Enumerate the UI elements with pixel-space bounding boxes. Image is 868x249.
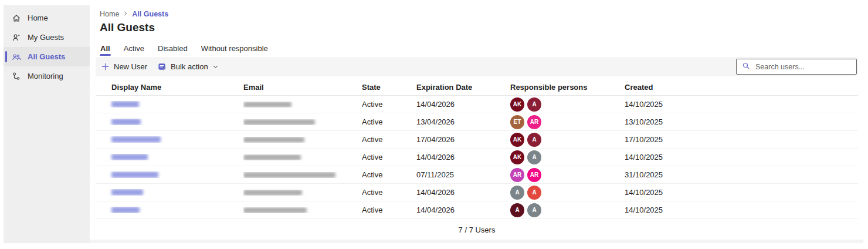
display-name-link[interactable] bbox=[111, 189, 143, 196]
sidebar: Home My Guests All Guests Monitoring bbox=[4, 5, 90, 243]
display-name-link[interactable] bbox=[111, 171, 158, 178]
main-content: Home All Guests All Guests All Active Di… bbox=[90, 5, 863, 243]
column-header-created: Created bbox=[625, 83, 858, 92]
avatar[interactable]: A bbox=[527, 203, 541, 217]
new-user-label: New User bbox=[114, 62, 147, 71]
user-count: 7 / 7 Users bbox=[459, 226, 496, 234]
state-value: Active bbox=[362, 135, 416, 144]
column-header-email: Email bbox=[243, 83, 362, 92]
responsible-persons: ARAR bbox=[510, 168, 625, 182]
table-footer: 7 / 7 Users bbox=[96, 219, 858, 240]
avatar[interactable]: AK bbox=[510, 133, 524, 147]
chevron-right-icon bbox=[123, 10, 128, 18]
responsible-persons: ETAR bbox=[510, 115, 625, 129]
breadcrumb: Home All Guests bbox=[100, 10, 168, 18]
email-redacted bbox=[243, 207, 307, 213]
expiration-date-value: 14/04/2026 bbox=[416, 188, 510, 197]
table-row: Active 14/04/2026 AA 14/10/2025 bbox=[96, 184, 858, 201]
responsible-persons: AKA bbox=[510, 133, 625, 147]
column-header-expiration-date: Expiration Date bbox=[416, 83, 510, 92]
avatar[interactable]: A bbox=[510, 203, 524, 217]
created-value: 13/10/2025 bbox=[625, 117, 858, 126]
responsible-persons: AKA bbox=[510, 97, 625, 112]
responsible-persons: AKA bbox=[510, 150, 625, 164]
email-redacted bbox=[243, 190, 302, 196]
sidebar-item-home[interactable]: Home bbox=[4, 8, 90, 28]
tab-all[interactable]: All bbox=[100, 44, 111, 53]
created-value: 31/10/2025 bbox=[625, 170, 858, 179]
bulk-action-button[interactable]: Bulk action bbox=[152, 57, 224, 76]
avatar[interactable]: AK bbox=[510, 97, 524, 112]
sidebar-item-my-guests[interactable]: My Guests bbox=[4, 28, 90, 47]
expiration-date-value: 14/04/2026 bbox=[416, 206, 510, 214]
tab-disabled[interactable]: Disabled bbox=[157, 44, 188, 53]
email-redacted bbox=[243, 172, 335, 178]
display-name-link[interactable] bbox=[111, 207, 140, 213]
tab-active[interactable]: Active bbox=[123, 44, 145, 53]
page-title: All Guests bbox=[100, 21, 155, 34]
avatar[interactable]: A bbox=[527, 97, 541, 112]
tab-bar: All Active Disabled Without responsible bbox=[100, 41, 269, 56]
table-row: Active 14/04/2026 AKA 14/10/2025 bbox=[96, 149, 858, 166]
bulk-action-label: Bulk action bbox=[171, 62, 208, 71]
column-header-responsible-persons: Responsible persons bbox=[510, 83, 625, 92]
breadcrumb-current[interactable]: All Guests bbox=[132, 10, 168, 18]
state-value: Active bbox=[362, 170, 416, 179]
table-row: Active 13/04/2026 ETAR 13/10/2025 bbox=[96, 113, 858, 131]
responsible-persons: AA bbox=[510, 186, 625, 200]
expiration-date-value: 07/11/2025 bbox=[416, 170, 510, 179]
table-row: Active 14/04/2026 AKA 14/10/2025 bbox=[96, 96, 858, 113]
flowchart-icon bbox=[12, 72, 21, 81]
created-value: 17/10/2025 bbox=[625, 135, 858, 144]
email-redacted bbox=[243, 102, 291, 107]
avatar[interactable]: AR bbox=[527, 168, 541, 182]
table-header: Display Name Email State Expiration Date… bbox=[96, 79, 858, 96]
avatar[interactable]: ET bbox=[510, 115, 524, 129]
expiration-date-value: 14/04/2026 bbox=[416, 100, 510, 109]
person-star-icon bbox=[12, 33, 21, 42]
plus-icon bbox=[101, 62, 110, 71]
expiration-date-value: 17/04/2026 bbox=[416, 135, 510, 144]
sidebar-item-all-guests[interactable]: All Guests bbox=[4, 47, 90, 66]
state-value: Active bbox=[362, 117, 416, 126]
guests-table: Display Name Email State Expiration Date… bbox=[96, 79, 858, 219]
tab-without-responsible[interactable]: Without responsible bbox=[201, 44, 269, 53]
email-redacted bbox=[243, 119, 315, 125]
state-value: Active bbox=[362, 153, 416, 161]
avatar[interactable]: A bbox=[527, 150, 541, 164]
table-row: Active 14/04/2026 AA 14/10/2025 bbox=[96, 201, 858, 219]
expiration-date-value: 14/04/2026 bbox=[416, 153, 510, 161]
display-name-link[interactable] bbox=[111, 101, 139, 107]
sidebar-item-label: All Guests bbox=[28, 52, 65, 61]
display-name-link[interactable] bbox=[111, 154, 148, 160]
chevron-down-icon bbox=[212, 63, 219, 70]
avatar[interactable]: AK bbox=[510, 150, 524, 164]
avatar[interactable]: A bbox=[510, 186, 524, 200]
state-value: Active bbox=[362, 206, 416, 214]
table-row: Active 07/11/2025 ARAR 31/10/2025 bbox=[96, 166, 858, 184]
display-name-link[interactable] bbox=[111, 119, 141, 125]
home-icon bbox=[12, 14, 21, 23]
avatar[interactable]: AR bbox=[527, 115, 541, 129]
avatar[interactable]: AR bbox=[510, 168, 524, 182]
avatar[interactable]: A bbox=[527, 133, 541, 147]
breadcrumb-home-link[interactable]: Home bbox=[100, 10, 119, 18]
sidebar-item-label: Monitoring bbox=[28, 72, 63, 80]
sidebar-item-label: My Guests bbox=[28, 33, 64, 42]
app-window: Home My Guests All Guests Monitoring Hom… bbox=[4, 5, 863, 243]
state-value: Active bbox=[362, 100, 416, 109]
created-value: 14/10/2025 bbox=[625, 206, 858, 214]
created-value: 14/10/2025 bbox=[625, 188, 858, 197]
new-user-button[interactable]: New User bbox=[96, 57, 152, 76]
bottom-strip bbox=[90, 240, 863, 243]
responsible-persons: AA bbox=[510, 203, 625, 217]
display-name-link[interactable] bbox=[111, 136, 161, 143]
avatar[interactable]: A bbox=[527, 186, 541, 200]
search-input[interactable] bbox=[754, 62, 851, 72]
search-box bbox=[736, 59, 857, 75]
column-header-display-name: Display Name bbox=[96, 83, 243, 92]
created-value: 14/10/2025 bbox=[625, 153, 858, 161]
sidebar-item-monitoring[interactable]: Monitoring bbox=[4, 66, 90, 86]
state-value: Active bbox=[362, 188, 416, 197]
bulk-action-icon bbox=[158, 62, 167, 71]
